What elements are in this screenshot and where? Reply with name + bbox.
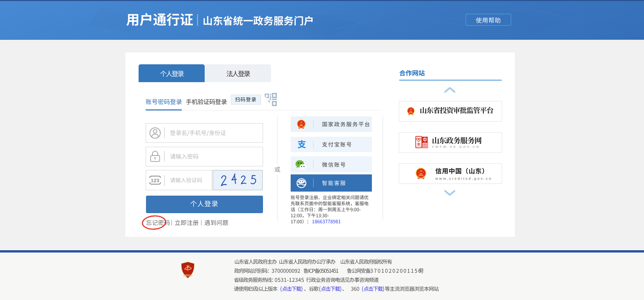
svg-text:123: 123 [151,178,159,183]
svg-text:www.creditsd.gov.cn: www.creditsd.gov.cn [435,176,492,180]
svg-text:ZWFW.SD.GOV.CN: ZWFW.SD.GOV.CN [432,145,480,148]
